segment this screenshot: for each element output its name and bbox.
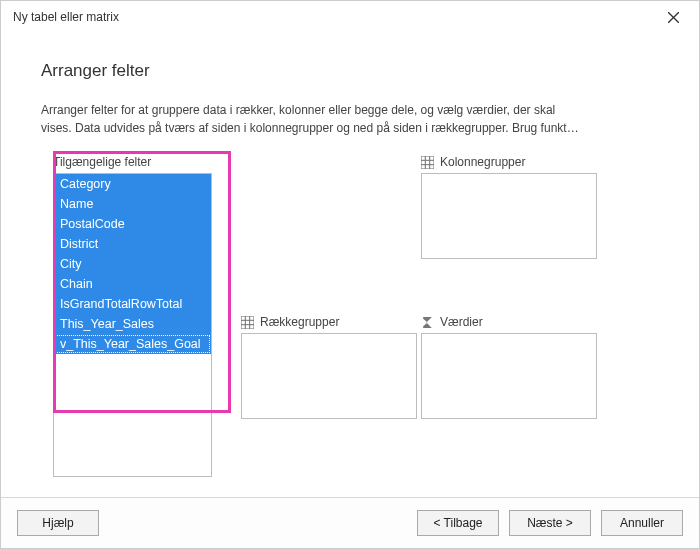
values-label: Værdier bbox=[421, 315, 611, 329]
row-groups-dropzone[interactable] bbox=[241, 333, 417, 419]
column-groups-dropzone[interactable] bbox=[421, 173, 597, 259]
field-item[interactable]: PostalCode bbox=[54, 214, 211, 234]
titlebar: Ny tabel eller matrix bbox=[1, 1, 699, 33]
field-item[interactable]: This_Year_Sales bbox=[54, 314, 211, 334]
svg-rect-7 bbox=[241, 316, 254, 329]
available-fields-listbox[interactable]: CategoryNamePostalCodeDistrictCityChainI… bbox=[53, 173, 212, 477]
svg-rect-2 bbox=[421, 156, 434, 169]
close-button[interactable] bbox=[653, 3, 693, 31]
window-title: Ny tabel eller matrix bbox=[13, 10, 119, 24]
dialog-window: Ny tabel eller matrix Arranger felter Ar… bbox=[0, 0, 700, 549]
row-groups-panel: Rækkegrupper bbox=[241, 315, 431, 419]
cancel-button[interactable]: Annuller bbox=[601, 510, 683, 536]
values-dropzone[interactable] bbox=[421, 333, 597, 419]
field-item[interactable]: Chain bbox=[54, 274, 211, 294]
column-groups-label: Kolonnegrupper bbox=[421, 155, 611, 169]
arrange-grid: Tilgængelige felter CategoryNamePostalCo… bbox=[41, 155, 659, 495]
field-item[interactable]: IsGrandTotalRowTotal bbox=[54, 294, 211, 314]
page-description: Arranger felter for at gruppere data i r… bbox=[41, 101, 659, 137]
available-fields-panel: Tilgængelige felter CategoryNamePostalCo… bbox=[53, 155, 223, 477]
back-button[interactable]: < Tilbage bbox=[417, 510, 499, 536]
sigma-icon bbox=[421, 316, 434, 329]
column-groups-panel: Kolonnegrupper bbox=[421, 155, 611, 259]
field-item[interactable]: v_This_Year_Sales_Goal bbox=[54, 334, 211, 354]
table-icon bbox=[241, 316, 254, 329]
row-groups-label: Rækkegrupper bbox=[241, 315, 431, 329]
field-item[interactable]: City bbox=[54, 254, 211, 274]
field-item[interactable]: Name bbox=[54, 194, 211, 214]
table-icon bbox=[421, 156, 434, 169]
available-fields-label: Tilgængelige felter bbox=[53, 155, 223, 169]
field-item[interactable]: Category bbox=[54, 174, 211, 194]
help-button[interactable]: Hjælp bbox=[17, 510, 99, 536]
close-icon bbox=[668, 12, 679, 23]
dialog-footer: Hjælp < Tilbage Næste > Annuller bbox=[1, 497, 699, 548]
page-heading: Arranger felter bbox=[41, 61, 659, 81]
next-button[interactable]: Næste > bbox=[509, 510, 591, 536]
values-panel: Værdier bbox=[421, 315, 611, 419]
dialog-content: Arranger felter Arranger felter for at g… bbox=[1, 33, 699, 497]
field-item[interactable]: District bbox=[54, 234, 211, 254]
